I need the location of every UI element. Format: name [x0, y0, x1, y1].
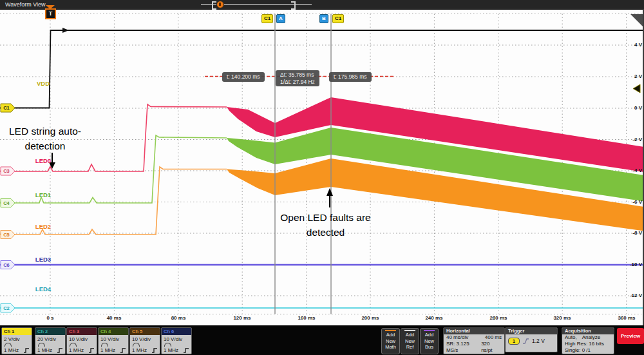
x-tick: 320 ms: [549, 315, 575, 321]
preview-button[interactable]: Preview: [617, 328, 644, 344]
channel-badge-header[interactable]: Ch 6: [162, 328, 191, 335]
channel-badge-header[interactable]: Ch 5: [130, 328, 160, 335]
acquisition-panel[interactable]: Acquisition Auto,Analyze High Res: 16 bi…: [562, 327, 614, 354]
y-tick: -6 V: [623, 199, 642, 205]
x-tick: 240 ms: [421, 315, 447, 321]
channel-scale: 10 V/div: [162, 335, 191, 342]
acquisition-mode: Auto,: [565, 334, 577, 341]
trigger-position-marker[interactable]: T: [45, 8, 56, 19]
horizontal-position: 7.5%: [490, 353, 502, 354]
ref-color-line: [404, 330, 415, 331]
step-response-icon: [183, 348, 189, 353]
step-response-icon: [57, 348, 63, 353]
channel-badge-header[interactable]: Ch 4: [99, 328, 128, 335]
sample-rate: SR: 3.125 MS/s: [446, 341, 481, 354]
oscilloscope-screen: Waveform View: [0, 0, 644, 355]
acquisition-resolution: High Res: 16 bits: [562, 341, 614, 347]
x-tick: 40 ms: [101, 315, 127, 321]
y-tick: -4 V: [623, 168, 642, 173]
vdd-marker-arrow-icon: [62, 28, 69, 33]
trigger-position-icon: T: [484, 354, 489, 354]
bottom-control-bar: Ch 1 2 V/div 1 MHz Ch 2 20 V/div 1 MHz C…: [0, 325, 644, 355]
channel-bandwidth: 1 MHz: [37, 347, 52, 353]
svg-text:C4: C4: [3, 200, 10, 206]
cursor-a-source-badge[interactable]: C1: [261, 14, 273, 23]
step-response-icon: [151, 348, 158, 353]
trigger-source-badge: 1: [508, 338, 520, 345]
fault-annotation: Open LED faults are detected: [269, 210, 382, 240]
channel-bandwidth: 1 MHz: [4, 347, 19, 353]
add-new-bus-button[interactable]: Add New Bus: [420, 328, 439, 354]
channel-badge-ch4[interactable]: Ch 4 10 V/div 1 MHz: [98, 327, 129, 354]
channel-scale: 10 V/div: [67, 335, 97, 342]
y-tick: 4 V: [623, 42, 642, 48]
add-new-ref-button[interactable]: Add New Ref: [401, 328, 419, 354]
horizontal-panel[interactable]: Horizontal 40 ms/div400 ms SR: 3.125 MS/…: [443, 327, 505, 354]
channel-badge-ch3[interactable]: Ch 3 10 V/div 1 MHz: [66, 327, 97, 354]
channel-bandwidth: 1 MHz: [164, 347, 178, 353]
title-bar: Waveform View: [0, 0, 644, 10]
y-tick: -8 V: [623, 230, 642, 236]
channel-badge-ch6[interactable]: Ch 6 10 V/div 1 MHz: [161, 327, 192, 354]
led1-label: LED1: [28, 191, 58, 198]
svg-text:C2: C2: [3, 305, 10, 311]
channel-scale: 10 V/div: [130, 335, 160, 342]
trigger-level: 1.2 V: [532, 338, 545, 345]
x-tick: 200 ms: [357, 315, 383, 321]
waveform-plot: C1 C3 C4 C5 C6 C2: [0, 9, 644, 325]
sample-resolution: 320 ns/pt: [481, 341, 502, 354]
channel-badge-ch1[interactable]: Ch 1 2 V/div 1 MHz: [1, 327, 32, 354]
led4-label: LED4: [28, 285, 58, 293]
y-tick: 2 V: [623, 73, 642, 79]
svg-text:C3: C3: [3, 168, 10, 174]
svg-text:C5: C5: [3, 232, 10, 238]
acquisition-panel-title: Acquisition: [562, 328, 614, 334]
x-tick: 80 ms: [166, 315, 191, 321]
trigger-panel[interactable]: Trigger 1 1.2 V: [505, 327, 558, 352]
channel-bandwidth: 1 MHz: [132, 347, 147, 353]
svg-text:C1: C1: [3, 105, 10, 111]
cursor-a-badge[interactable]: A: [276, 14, 285, 23]
vdd-trace: [0, 30, 644, 108]
fault-arrow-icon: [327, 188, 333, 207]
window-title: Waveform View: [5, 1, 46, 8]
zoom-corner-icon[interactable]: [630, 14, 644, 28]
horizontal-window: 400 ms: [485, 334, 502, 341]
inv-delta-t: 1/Δt: 27.94 Hz: [280, 79, 315, 86]
cursor-b-readout[interactable]: t: 175.985 ms: [329, 72, 372, 82]
acquisition-single: Single: 0 /1: [562, 347, 614, 354]
cursor-a-readout[interactable]: t: 140.200 ms: [222, 72, 265, 82]
acquisition-analyze: Analyze: [582, 334, 600, 341]
cursor-b-badge[interactable]: B: [319, 14, 328, 23]
record-length: RL: 1.25 Mpts: [446, 353, 478, 354]
channel-badge-ch5[interactable]: Ch 5 10 V/div 1 MHz: [129, 327, 160, 354]
trigger-level-arrow-icon[interactable]: [633, 84, 640, 93]
add-new-math-button[interactable]: Add New Math: [381, 328, 400, 354]
trigger-slope-icon: [522, 338, 530, 345]
channel-scale: 20 V/div: [35, 335, 65, 342]
pan-knob-icon[interactable]: [216, 1, 224, 8]
channel-bandwidth: 1 MHz: [69, 347, 84, 353]
math-color-line: [385, 330, 396, 331]
trigger-panel-title: Trigger: [506, 328, 557, 334]
x-tick: 120 ms: [229, 315, 255, 321]
cursor-b-source-badge[interactable]: C1: [332, 14, 344, 23]
delta-t: Δt: 35.785 ms: [280, 72, 315, 79]
channel-badge-header[interactable]: Ch 1: [2, 328, 32, 335]
step-response-icon: [120, 348, 126, 353]
horizontal-panel-title: Horizontal: [444, 328, 504, 334]
channel-scale: 10 V/div: [99, 335, 128, 342]
cursor-delta-readout[interactable]: Δt: 35.785 ms 1/Δt: 27.94 Hz: [276, 70, 319, 86]
x-tick: 360 ms: [614, 315, 639, 321]
channel-badge-header[interactable]: Ch 3: [67, 328, 97, 335]
channel-scale: 2 V/div: [2, 335, 32, 342]
x-tick: 280 ms: [486, 315, 511, 321]
y-tick: -12 V: [623, 293, 642, 298]
horizontal-scale: 40 ms/div: [446, 334, 468, 341]
channel-badge-ch2[interactable]: Ch 2 20 V/div 1 MHz: [35, 327, 66, 354]
vdd-label: VDD: [28, 80, 58, 87]
channel-badge-header[interactable]: Ch 2: [35, 328, 65, 335]
led2-label: LED2: [28, 223, 58, 230]
step-response-icon: [23, 348, 30, 353]
y-tick: -10 V: [623, 262, 642, 267]
